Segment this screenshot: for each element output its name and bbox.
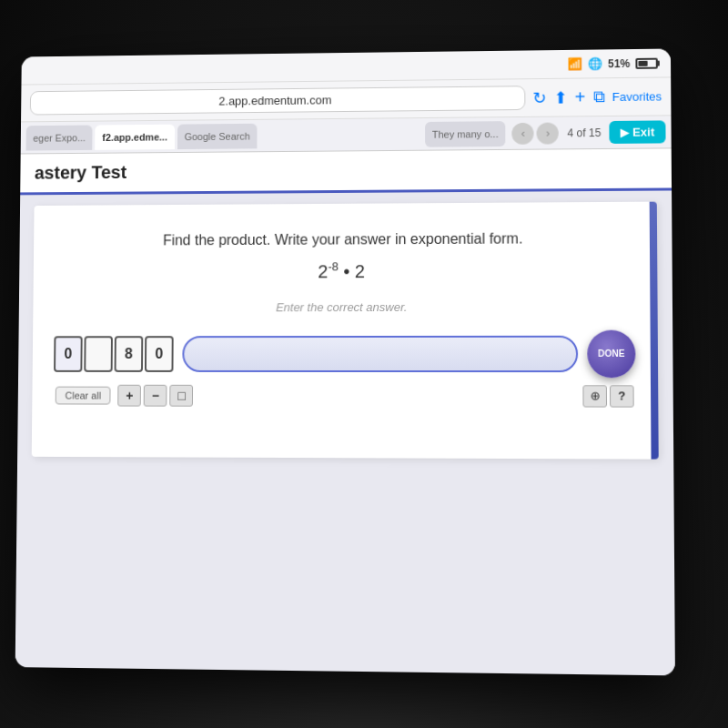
tab-item-expo[interactable]: eger Expo... (26, 125, 93, 150)
exit-label: Exit (632, 126, 654, 139)
page-content: astery Test Find the product. Write your… (15, 148, 675, 675)
side-bar (650, 202, 659, 460)
exit-play-icon: ▶ (621, 126, 629, 138)
tabs-button[interactable]: ⧉ (592, 87, 604, 106)
digit-box-1[interactable] (84, 336, 113, 372)
share-button[interactable]: ⬆ (553, 87, 567, 107)
input-row: 0 8 0 DONE (54, 329, 636, 378)
tab-item-google[interactable]: Google Search (177, 123, 258, 148)
page-header: astery Test (20, 148, 672, 195)
wifi-icon: 📶 (567, 57, 581, 71)
math-expression: 2-8 • 2 (55, 258, 635, 283)
url-text: 2.app.edmentum.com (218, 93, 331, 107)
clear-all-label: Clear all (65, 389, 101, 400)
page-indicator: 4 of 15 (567, 126, 601, 139)
battery-percent: 51% (608, 57, 630, 70)
tabs-bar: eger Expo... f2.app.edme... Google Searc… (21, 116, 672, 154)
answer-input[interactable] (182, 335, 578, 371)
digit-box-2[interactable]: 8 (115, 336, 144, 372)
help-toolbar: ⊕ ? (582, 385, 633, 407)
page-title: astery Test (35, 162, 126, 182)
screen: 📶 🌐 51% 2.app.edmentum.com ↻ ⬆ + ⧉ Favor… (15, 49, 675, 676)
favorites-label[interactable]: Favorites (612, 89, 662, 104)
browser-toolbar: 2.app.edmentum.com ↻ ⬆ + ⧉ Favorites (21, 77, 671, 122)
plus-circle-button[interactable]: ⊕ (582, 385, 607, 407)
help-button[interactable]: ? (610, 385, 634, 407)
exit-button[interactable]: ▶ Exit (610, 120, 666, 144)
done-button[interactable]: DONE (587, 329, 635, 378)
tab-item-edme[interactable]: f2.app.edme... (96, 124, 175, 149)
digit-box-0[interactable]: 0 (54, 336, 83, 372)
content-card: Find the product. Write your answer in e… (32, 202, 659, 460)
minus-tool-button[interactable]: − (144, 384, 167, 406)
tab-item-they[interactable]: They many o... (425, 121, 506, 147)
location-icon: 🌐 (588, 56, 602, 70)
done-label: DONE (598, 349, 625, 359)
question-text: Find the product. Write your answer in e… (55, 228, 634, 252)
battery-icon (635, 57, 657, 68)
digit-box-3[interactable]: 0 (145, 336, 174, 372)
below-input-row: Clear all + − □ ⊕ ? (54, 384, 636, 407)
url-bar[interactable]: 2.app.edmentum.com (30, 86, 525, 115)
back-button[interactable]: ‹ (512, 122, 534, 144)
box-tool-button[interactable]: □ (170, 384, 194, 406)
clear-all-button[interactable]: Clear all (56, 386, 111, 404)
digit-boxes: 0 8 0 (54, 336, 174, 372)
math-toolbar: + − □ (118, 384, 194, 406)
forward-button[interactable]: › (537, 122, 559, 144)
instruction-text: Enter the correct answer. (55, 299, 635, 314)
plus-tool-button[interactable]: + (118, 384, 142, 406)
reload-button[interactable]: ↻ (532, 87, 546, 107)
new-tab-button[interactable]: + (575, 86, 586, 107)
